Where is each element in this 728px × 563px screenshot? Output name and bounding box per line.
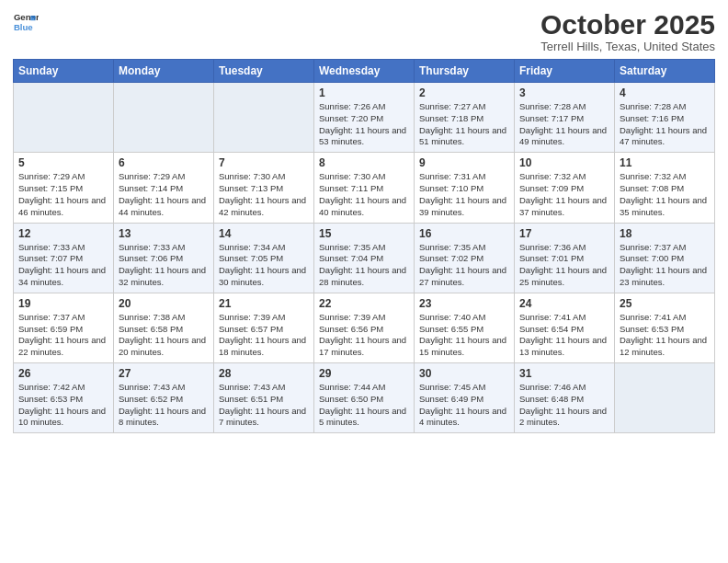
table-row: 1Sunrise: 7:26 AMSunset: 7:20 PMDaylight… — [314, 83, 415, 153]
table-row: 12Sunrise: 7:33 AMSunset: 7:07 PMDayligh… — [14, 223, 114, 293]
day-number: 27 — [119, 367, 209, 380]
col-tuesday: Tuesday — [214, 60, 314, 83]
col-wednesday: Wednesday — [314, 60, 415, 83]
col-friday: Friday — [515, 60, 615, 83]
day-info: Sunrise: 7:34 AMSunset: 7:05 PMDaylight:… — [219, 242, 309, 289]
day-info: Sunrise: 7:38 AMSunset: 6:58 PMDaylight:… — [119, 312, 209, 359]
day-info: Sunrise: 7:45 AMSunset: 6:49 PMDaylight:… — [419, 382, 509, 429]
table-row — [214, 83, 314, 153]
day-info: Sunrise: 7:46 AMSunset: 6:48 PMDaylight:… — [519, 382, 609, 429]
calendar-week-row: 19Sunrise: 7:37 AMSunset: 6:59 PMDayligh… — [14, 293, 715, 362]
day-info: Sunrise: 7:28 AMSunset: 7:16 PMDaylight:… — [620, 101, 710, 148]
day-number: 31 — [519, 367, 609, 380]
day-info: Sunrise: 7:43 AMSunset: 6:52 PMDaylight:… — [119, 382, 209, 429]
day-number: 17 — [519, 227, 609, 240]
table-row: 14Sunrise: 7:34 AMSunset: 7:05 PMDayligh… — [214, 223, 314, 293]
day-info: Sunrise: 7:28 AMSunset: 7:17 PMDaylight:… — [519, 101, 609, 148]
day-info: Sunrise: 7:30 AMSunset: 7:13 PMDaylight:… — [219, 171, 309, 218]
day-number: 21 — [219, 297, 309, 310]
table-row: 29Sunrise: 7:44 AMSunset: 6:50 PMDayligh… — [314, 363, 415, 433]
calendar: Sunday Monday Tuesday Wednesday Thursday… — [13, 59, 715, 433]
table-row: 27Sunrise: 7:43 AMSunset: 6:52 PMDayligh… — [114, 363, 214, 433]
table-row: 15Sunrise: 7:35 AMSunset: 7:04 PMDayligh… — [314, 223, 415, 293]
day-number: 7 — [219, 156, 309, 169]
table-row: 6Sunrise: 7:29 AMSunset: 7:14 PMDaylight… — [114, 153, 214, 223]
day-number: 19 — [18, 297, 108, 310]
svg-text:Blue: Blue — [14, 22, 33, 32]
day-info: Sunrise: 7:33 AMSunset: 7:06 PMDaylight:… — [119, 242, 209, 289]
table-row: 18Sunrise: 7:37 AMSunset: 7:00 PMDayligh… — [615, 223, 715, 293]
day-number: 1 — [319, 86, 409, 99]
calendar-week-row: 1Sunrise: 7:26 AMSunset: 7:20 PMDaylight… — [14, 83, 715, 153]
table-row: 4Sunrise: 7:28 AMSunset: 7:16 PMDaylight… — [615, 83, 715, 153]
day-number: 2 — [419, 86, 509, 99]
day-number: 14 — [219, 227, 309, 240]
table-row — [615, 363, 715, 433]
calendar-week-row: 26Sunrise: 7:42 AMSunset: 6:53 PMDayligh… — [14, 363, 715, 433]
table-row: 24Sunrise: 7:41 AMSunset: 6:54 PMDayligh… — [515, 293, 615, 362]
day-number: 6 — [119, 156, 209, 169]
day-info: Sunrise: 7:36 AMSunset: 7:01 PMDaylight:… — [519, 242, 609, 289]
day-info: Sunrise: 7:44 AMSunset: 6:50 PMDaylight:… — [319, 382, 409, 429]
day-number: 3 — [519, 86, 609, 99]
day-info: Sunrise: 7:27 AMSunset: 7:18 PMDaylight:… — [419, 101, 509, 148]
day-info: Sunrise: 7:41 AMSunset: 6:53 PMDaylight:… — [620, 312, 710, 359]
day-info: Sunrise: 7:39 AMSunset: 6:57 PMDaylight:… — [219, 312, 309, 359]
day-info: Sunrise: 7:29 AMSunset: 7:14 PMDaylight:… — [119, 171, 209, 218]
page-title: October 2025 — [540, 9, 715, 40]
calendar-week-row: 5Sunrise: 7:29 AMSunset: 7:15 PMDaylight… — [14, 153, 715, 223]
day-number: 12 — [18, 227, 108, 240]
day-info: Sunrise: 7:26 AMSunset: 7:20 PMDaylight:… — [319, 101, 409, 148]
col-thursday: Thursday — [415, 60, 515, 83]
day-number: 4 — [620, 86, 710, 99]
table-row: 22Sunrise: 7:39 AMSunset: 6:56 PMDayligh… — [314, 293, 415, 362]
table-row: 30Sunrise: 7:45 AMSunset: 6:49 PMDayligh… — [415, 363, 515, 433]
day-number: 26 — [18, 367, 108, 380]
calendar-header-row: Sunday Monday Tuesday Wednesday Thursday… — [14, 60, 715, 83]
day-number: 29 — [319, 367, 409, 380]
table-row: 25Sunrise: 7:41 AMSunset: 6:53 PMDayligh… — [615, 293, 715, 362]
table-row: 10Sunrise: 7:32 AMSunset: 7:09 PMDayligh… — [515, 153, 615, 223]
logo-icon: General Blue — [13, 9, 39, 35]
day-number: 22 — [319, 297, 409, 310]
day-number: 18 — [620, 227, 710, 240]
day-info: Sunrise: 7:42 AMSunset: 6:53 PMDaylight:… — [18, 382, 108, 429]
title-block: October 2025 Terrell Hills, Texas, Unite… — [540, 9, 715, 53]
page: General Blue October 2025 Terrell Hills,… — [0, 0, 728, 563]
day-info: Sunrise: 7:40 AMSunset: 6:55 PMDaylight:… — [419, 312, 509, 359]
day-number: 11 — [620, 156, 710, 169]
day-info: Sunrise: 7:29 AMSunset: 7:15 PMDaylight:… — [18, 171, 108, 218]
day-info: Sunrise: 7:32 AMSunset: 7:08 PMDaylight:… — [620, 171, 710, 218]
day-number: 30 — [419, 367, 509, 380]
day-number: 15 — [319, 227, 409, 240]
table-row: 20Sunrise: 7:38 AMSunset: 6:58 PMDayligh… — [114, 293, 214, 362]
table-row: 3Sunrise: 7:28 AMSunset: 7:17 PMDaylight… — [515, 83, 615, 153]
day-info: Sunrise: 7:37 AMSunset: 6:59 PMDaylight:… — [18, 312, 108, 359]
day-info: Sunrise: 7:32 AMSunset: 7:09 PMDaylight:… — [519, 171, 609, 218]
table-row: 16Sunrise: 7:35 AMSunset: 7:02 PMDayligh… — [415, 223, 515, 293]
table-row — [14, 83, 114, 153]
day-info: Sunrise: 7:35 AMSunset: 7:04 PMDaylight:… — [319, 242, 409, 289]
day-info: Sunrise: 7:35 AMSunset: 7:02 PMDaylight:… — [419, 242, 509, 289]
col-saturday: Saturday — [615, 60, 715, 83]
day-number: 20 — [119, 297, 209, 310]
table-row: 2Sunrise: 7:27 AMSunset: 7:18 PMDaylight… — [415, 83, 515, 153]
day-number: 13 — [119, 227, 209, 240]
table-row: 8Sunrise: 7:30 AMSunset: 7:11 PMDaylight… — [314, 153, 415, 223]
table-row: 23Sunrise: 7:40 AMSunset: 6:55 PMDayligh… — [415, 293, 515, 362]
day-number: 23 — [419, 297, 509, 310]
table-row: 28Sunrise: 7:43 AMSunset: 6:51 PMDayligh… — [214, 363, 314, 433]
day-info: Sunrise: 7:30 AMSunset: 7:11 PMDaylight:… — [319, 171, 409, 218]
col-sunday: Sunday — [14, 60, 114, 83]
day-info: Sunrise: 7:33 AMSunset: 7:07 PMDaylight:… — [18, 242, 108, 289]
table-row: 31Sunrise: 7:46 AMSunset: 6:48 PMDayligh… — [515, 363, 615, 433]
table-row — [114, 83, 214, 153]
day-info: Sunrise: 7:31 AMSunset: 7:10 PMDaylight:… — [419, 171, 509, 218]
day-number: 16 — [419, 227, 509, 240]
day-info: Sunrise: 7:43 AMSunset: 6:51 PMDaylight:… — [219, 382, 309, 429]
day-info: Sunrise: 7:41 AMSunset: 6:54 PMDaylight:… — [519, 312, 609, 359]
day-number: 5 — [18, 156, 108, 169]
table-row: 9Sunrise: 7:31 AMSunset: 7:10 PMDaylight… — [415, 153, 515, 223]
logo: General Blue — [13, 9, 39, 35]
table-row: 7Sunrise: 7:30 AMSunset: 7:13 PMDaylight… — [214, 153, 314, 223]
